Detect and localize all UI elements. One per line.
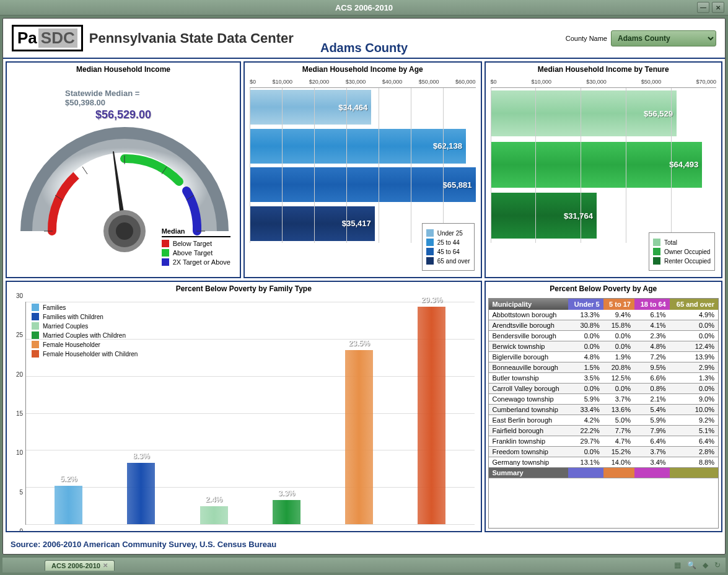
- svg-point-10: [116, 222, 133, 240]
- cell: 33.4%: [568, 405, 603, 415]
- legend-label: 65 and over: [437, 258, 470, 265]
- table-row[interactable]: Bendersville borough0.0%0.0%2.3%0.0%: [489, 331, 719, 341]
- cell: 13.6%: [603, 405, 634, 415]
- cell: 0.0%: [568, 331, 603, 341]
- x-axis: $0$10,000$30,000$50,000$70,000: [491, 79, 717, 87]
- cell: 15.8%: [603, 320, 634, 331]
- search-icon[interactable]: 🔍: [687, 561, 696, 569]
- column-header[interactable]: 5 to 17: [603, 299, 634, 310]
- column-header[interactable]: 18 to 64: [634, 299, 670, 310]
- axis-tick: $0: [491, 79, 497, 85]
- legend-label: 2X Target or Above: [173, 258, 230, 266]
- legend-item: Female Householder: [32, 341, 138, 348]
- tab-label: ACS 2006-2010: [51, 562, 100, 569]
- table-row[interactable]: Germany township13.1%14.0%3.4%8.8%: [489, 457, 719, 468]
- legend-swatch: [426, 257, 434, 265]
- window-title: ACS 2006-2010: [335, 3, 393, 12]
- cell: 13.3%: [568, 310, 603, 320]
- axis-tick: 15: [16, 410, 23, 417]
- logo: Pa SDC: [12, 25, 83, 51]
- axis-tick: 20: [16, 371, 23, 377]
- legend-item: Under 25: [426, 229, 470, 237]
- status-bar: ACS 2006-2010 ✕ ▦ 🔍 ◆ ↻: [2, 558, 726, 573]
- cell: 6.1%: [634, 310, 670, 320]
- axis-tick: 5: [19, 488, 23, 495]
- legend-swatch: [32, 304, 39, 311]
- cell: 2.3%: [634, 331, 670, 341]
- shapes-icon[interactable]: ◆: [703, 561, 708, 569]
- cell: 3.7%: [603, 394, 634, 405]
- table-row[interactable]: Fairfield borough22.2%7.7%7.9%5.1%: [489, 426, 719, 436]
- axis-tick: 25: [16, 331, 23, 338]
- table-row[interactable]: Bonneauville borough1.5%20.8%9.5%2.9%: [489, 362, 719, 373]
- legend-label: Female Householder with Children: [43, 351, 138, 358]
- column-header[interactable]: Municipality: [489, 299, 569, 310]
- logo-sdc: SDC: [38, 29, 77, 48]
- table-row[interactable]: East Berlin borough4.2%5.0%5.9%9.2%: [489, 415, 719, 426]
- cell-municipality: Berwick township: [489, 341, 569, 352]
- table-scroll[interactable]: MunicipalityUnder 55 to 1718 to 6465 and…: [488, 298, 719, 529]
- table-row[interactable]: Arendtsville borough30.8%15.8%4.1%0.0%: [489, 320, 719, 331]
- column-header[interactable]: 65 and over: [670, 299, 718, 310]
- axis-tick: $10,000: [532, 79, 552, 85]
- logo-pa: Pa: [17, 29, 37, 48]
- bar: 29.3%: [418, 307, 445, 524]
- cell: 5.9%: [568, 394, 603, 405]
- bar: 5.2%: [55, 486, 82, 524]
- legend-swatch: [32, 313, 39, 320]
- table-row[interactable]: Abbottstown borough13.3%9.4%6.1%4.9%: [489, 310, 719, 320]
- cell: 4.8%: [634, 341, 670, 352]
- cell: 0.0%: [603, 384, 634, 394]
- cell: 0.0%: [670, 384, 718, 394]
- cell-municipality: Germany township: [489, 457, 569, 468]
- cell-municipality: Freedom township: [489, 447, 569, 457]
- cell: 2.8%: [670, 447, 718, 457]
- table-row[interactable]: Biglerville borough4.8%1.9%7.2%13.9%: [489, 352, 719, 362]
- table-row[interactable]: Carroll Valley borough0.0%0.0%0.8%0.0%: [489, 384, 719, 394]
- table-row[interactable]: Berwick township0.0%0.0%4.8%12.4%: [489, 341, 719, 352]
- panel-title: Percent Below Poverty by Family Type: [7, 282, 481, 296]
- cell: 4.2%: [568, 415, 603, 426]
- tab-close-icon[interactable]: ✕: [103, 562, 108, 569]
- table-row[interactable]: Conewago township5.9%3.7%2.1%9.0%: [489, 394, 719, 405]
- cell: 5.4%: [634, 405, 670, 415]
- panel-poverty-age: Percent Below Poverty by Age Municipalit…: [485, 281, 723, 532]
- legend-item: Above Target: [162, 249, 230, 257]
- legend-swatch: [426, 248, 434, 255]
- legend-swatch: [653, 239, 660, 246]
- grid-icon[interactable]: ▦: [674, 561, 681, 569]
- axis-tick: 10: [16, 449, 23, 456]
- cell-municipality: Franklin township: [489, 436, 569, 447]
- legend-item: Owner Occupied: [653, 248, 711, 255]
- axis-tick: $20,000: [309, 79, 330, 85]
- cell: 13.9%: [670, 352, 718, 362]
- column-header[interactable]: Under 5: [568, 299, 603, 310]
- panel-median-income: Median Household Income Statewide Median…: [6, 61, 241, 278]
- cell: 4.9%: [670, 310, 718, 320]
- minimize-button[interactable]: —: [697, 2, 709, 13]
- panel-title: Median Household Income: [7, 63, 240, 76]
- cell: 30.8%: [568, 320, 603, 331]
- sheet-tab[interactable]: ACS 2006-2010 ✕: [45, 560, 115, 571]
- refresh-icon[interactable]: ↻: [714, 561, 721, 569]
- cell: 10.0%: [670, 405, 718, 415]
- cell-municipality: Conewago township: [489, 394, 569, 405]
- chart-legend: Under 2525 to 4445 to 6465 and over: [422, 223, 475, 271]
- table-row[interactable]: Freedom township0.0%15.2%3.7%2.8%: [489, 447, 719, 457]
- table-row[interactable]: Cumberland township33.4%13.6%5.4%10.0%: [489, 405, 719, 415]
- table-row[interactable]: Butler township3.5%12.5%6.6%1.3%: [489, 373, 719, 384]
- legend-item: 45 to 64: [426, 248, 470, 255]
- cell: 22.2%: [568, 426, 603, 436]
- chart-area: $34,464$62,138$65,881$35,417: [250, 87, 476, 243]
- summary-row[interactable]: Summary: [489, 468, 719, 478]
- axis-tick: $50,000: [419, 79, 439, 85]
- axis-tick: $70,000: [696, 79, 716, 85]
- table-row[interactable]: Franklin township29.7%4.7%6.4%6.4%: [489, 436, 719, 447]
- app-window: ACS 2006-2010 — ✕ Pa SDC Pennsylvania St…: [0, 0, 728, 575]
- cell: 3.7%: [634, 447, 670, 457]
- cell: 6.6%: [634, 373, 670, 384]
- close-button[interactable]: ✕: [712, 2, 724, 13]
- county-dropdown[interactable]: Adams County: [611, 30, 716, 46]
- table-header: MunicipalityUnder 55 to 1718 to 6465 and…: [489, 299, 719, 310]
- legend-item: 65 and over: [426, 257, 470, 265]
